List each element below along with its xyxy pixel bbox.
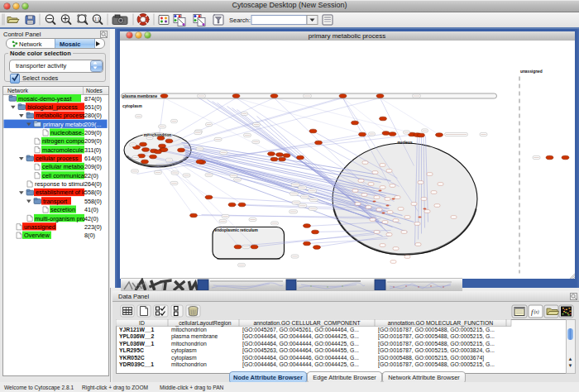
svg-text:874(0): 874(0)	[84, 95, 102, 103]
svg-text:unassigned: unassigned	[24, 223, 55, 231]
svg-text:nucleobase-: nucleobase-	[50, 129, 84, 136]
svg-text:secretion: secretion	[50, 206, 75, 213]
svg-text:cytoplasm: cytoplasm	[171, 347, 197, 354]
svg-text:280(0): 280(0)	[84, 112, 102, 119]
svg-text:[GO:0044464, GO:0044446, GO:00: [GO:0044464, GO:0044446, GO:0044444, G..…	[242, 355, 359, 361]
svg-text:YPL036W__1: YPL036W__1	[119, 341, 155, 347]
svg-text:endoplasmic reticulum: endoplasmic reticulum	[214, 228, 257, 232]
svg-text:cytoplasm: cytoplasm	[122, 104, 142, 108]
svg-text:[GO:0016787, GO:0005488, GO:00: [GO:0016787, GO:0005488, GO:0005215, G..…	[378, 333, 495, 340]
svg-text:ID: ID	[139, 320, 145, 326]
svg-text:209(...: 209(...	[84, 121, 101, 128]
svg-text:[GO:0044464, GO:0044444, GO:00: [GO:0044464, GO:0044444, GO:0044425, G..…	[242, 333, 359, 340]
svg-text:nucleus: nucleus	[397, 141, 412, 145]
svg-text:[GO:0016787, GO:0005488, GO:00: [GO:0016787, GO:0005488, GO:0005215, G..…	[378, 361, 495, 368]
svg-text:mitochondrion: mitochondrion	[171, 327, 207, 332]
svg-text:response to stimul: response to stimul	[35, 180, 84, 188]
svg-text:annotation.GO MOLECULAR_FUNCTI: annotation.GO MOLECULAR_FUNCTION	[388, 320, 493, 327]
svg-text:YLR295C: YLR295C	[119, 347, 144, 353]
svg-text:614(0): 614(0)	[84, 155, 102, 162]
svg-text:YPL036W__2: YPL036W__2	[119, 333, 155, 339]
svg-text:311(0): 311(0)	[84, 146, 101, 154]
svg-text:multi-organism pro: multi-organism pro	[35, 215, 85, 222]
svg-text:mosaic-demo-yeast: mosaic-demo-yeast	[18, 95, 71, 103]
svg-text:558(0): 558(0)	[84, 198, 102, 205]
svg-text:223(0): 223(0)	[84, 223, 102, 231]
svg-text:plasma membrane: plasma membrane	[122, 94, 157, 98]
svg-text:metabolic process: metabolic process	[36, 112, 85, 119]
svg-text:651(0): 651(0)	[84, 103, 102, 111]
svg-text:YKR052C: YKR052C	[119, 355, 145, 361]
svg-text:cytoplasm: cytoplasm	[171, 355, 197, 361]
svg-text:[GO:0005488, GO:0005215, GO:00: [GO:0005488, GO:0005215, GO:0003674]	[378, 355, 484, 361]
svg-text:[GO:0045267, GO:0045261, GO:00: [GO:0045267, GO:0045261, GO:0044464, G..…	[242, 327, 359, 333]
svg-text:[GO:0044464, GO:0044444, GO:00: [GO:0044464, GO:0044444, GO:0044425, G..…	[242, 361, 359, 368]
svg-text:[GO:0016787, GO:0005488, GO:00: [GO:0016787, GO:0005488, GO:0005215, G..…	[378, 341, 495, 347]
svg-text:558(0): 558(0)	[84, 189, 102, 196]
svg-text:cellular metabo: cellular metabo	[42, 163, 84, 170]
svg-text:[GO:0044464, GO:0044444, GO:00: [GO:0044464, GO:0044444, GO:0044425, G..…	[242, 341, 359, 347]
svg-text:primary metabo: primary metabo	[43, 121, 85, 128]
svg-text:annotation.GO CELLULAR_COMPONE: annotation.GO CELLULAR_COMPONENT	[253, 320, 360, 327]
svg-text:209(0): 209(0)	[84, 163, 102, 170]
svg-text:[GO:0016787, GO:0005488, GO:00: [GO:0016787, GO:0005488, GO:0005215, G..…	[378, 327, 495, 333]
svg-text:transport: transport	[43, 198, 67, 205]
svg-text:plasma membrane: plasma membrane	[171, 333, 218, 340]
svg-text:[GO:0045263, GO:0044464, GO:00: [GO:0045263, GO:0044464, GO:0044455, G..…	[242, 347, 359, 354]
svg-text:biological_process: biological_process	[27, 103, 78, 111]
svg-text:(x): (x)	[534, 309, 539, 315]
svg-text:unassigned: unassigned	[520, 69, 543, 73]
svg-text:cellular process: cellular process	[36, 155, 79, 162]
svg-text:YDR039C__1: YDR039C__1	[119, 361, 154, 367]
svg-text:mitochondrion: mitochondrion	[171, 361, 207, 367]
svg-text:YJR121W__1: YJR121W__1	[119, 327, 155, 332]
svg-text:42(0): 42(0)	[84, 215, 98, 222]
svg-text:Search:: Search:	[229, 17, 251, 24]
svg-text:establishment of lo: establishment of lo	[36, 189, 87, 196]
svg-text:Overview: Overview	[24, 232, 50, 239]
svg-text:[GO:0016787, GO:0005215, GO:00: [GO:0016787, GO:0005215, GO:0003824, G..…	[378, 347, 495, 354]
svg-text:264(0): 264(0)	[84, 180, 102, 188]
svg-text:cell communicat: cell communicat	[42, 172, 86, 179]
svg-text:8(0): 8(0)	[84, 232, 95, 239]
svg-text:_cellularLayoutRegion: _cellularLayoutRegion	[175, 320, 231, 327]
svg-text:209(0): 209(0)	[84, 137, 102, 145]
svg-text:mitochondrion: mitochondrion	[171, 341, 207, 347]
svg-text:209(0): 209(0)	[84, 129, 102, 136]
svg-text:22(0): 22(0)	[84, 172, 98, 179]
svg-text:nitrogen compo: nitrogen compo	[42, 137, 84, 145]
svg-text:macromolecule: macromolecule	[42, 146, 84, 154]
svg-text:41(0): 41(0)	[84, 206, 98, 213]
